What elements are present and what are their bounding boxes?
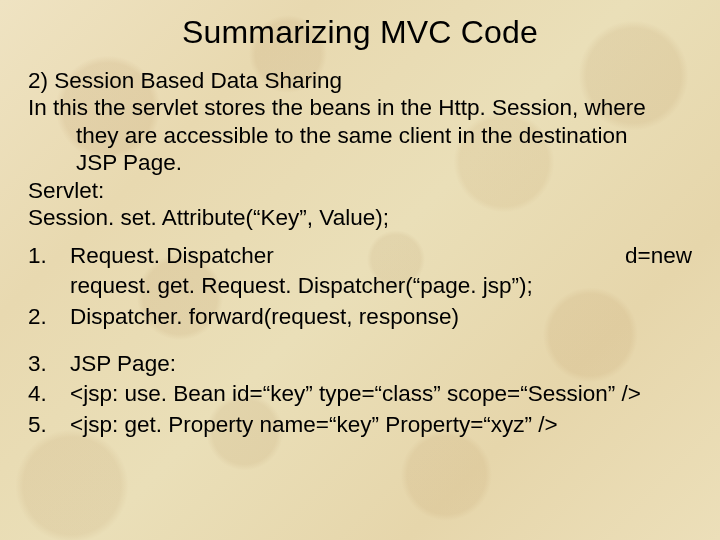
list-item: 3. JSP Page: bbox=[28, 350, 692, 377]
slide-title: Summarizing MVC Code bbox=[28, 14, 692, 51]
list-item: 1. Request. Dispatcher d=new bbox=[28, 242, 692, 269]
servlet-label: Servlet: bbox=[28, 177, 692, 204]
numbered-list: 1. Request. Dispatcher d=new request. ge… bbox=[28, 242, 692, 439]
item-number: 3. bbox=[28, 350, 70, 377]
item-content: JSP Page: bbox=[70, 350, 692, 377]
item-content: Dispatcher. forward(request, response) bbox=[70, 303, 692, 330]
intro-block: 2) Session Based Data Sharing In this th… bbox=[28, 67, 692, 232]
item-content-b: request. get. Request. Dispatcher(“page.… bbox=[70, 272, 692, 299]
section-heading: 2) Session Based Data Sharing bbox=[28, 67, 692, 94]
item-number: 2. bbox=[28, 303, 70, 330]
list-item: 5. <jsp: get. Property name=“key” Proper… bbox=[28, 411, 692, 438]
intro-line-1b: they are accessible to the same client i… bbox=[28, 122, 692, 149]
intro-line-1c: JSP Page. bbox=[28, 149, 692, 176]
item-number: 1. bbox=[28, 242, 70, 269]
item-content: Request. Dispatcher bbox=[70, 242, 615, 269]
intro-line-1a: In this the servlet stores the beans in … bbox=[28, 94, 692, 121]
list-item: 2. Dispatcher. forward(request, response… bbox=[28, 303, 692, 330]
item-content: <jsp: get. Property name=“key” Property=… bbox=[70, 411, 692, 438]
slide: Summarizing MVC Code 2) Session Based Da… bbox=[0, 0, 720, 540]
item-number: 5. bbox=[28, 411, 70, 438]
item-content: <jsp: use. Bean id=“key” type=“class” sc… bbox=[70, 380, 692, 407]
list-item-continuation: request. get. Request. Dispatcher(“page.… bbox=[28, 272, 692, 299]
spacer bbox=[28, 333, 692, 347]
item-text-a: Request. Dispatcher bbox=[70, 243, 274, 268]
item-right: d=new bbox=[615, 242, 692, 269]
servlet-code: Session. set. Attribute(“Key”, Value); bbox=[28, 204, 692, 231]
item-number: 4. bbox=[28, 380, 70, 407]
list-item: 4. <jsp: use. Bean id=“key” type=“class”… bbox=[28, 380, 692, 407]
